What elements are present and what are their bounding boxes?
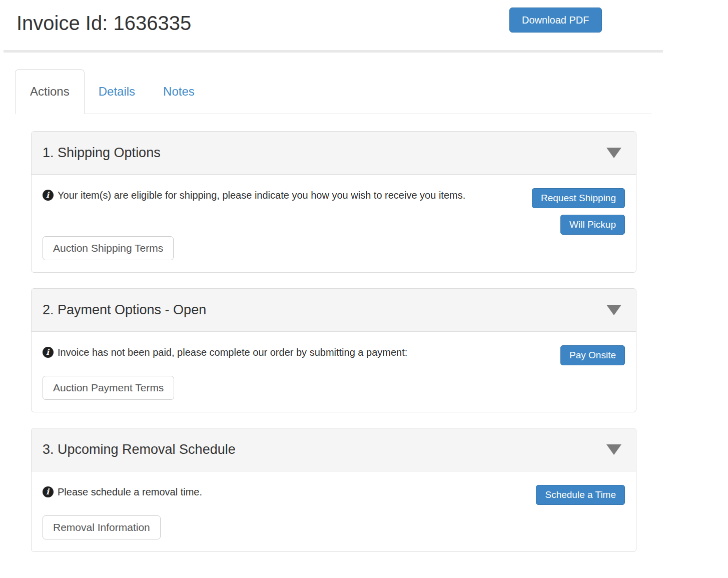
invoice-page: Invoice Id: 1636335 Download PDF Actions… (0, 0, 728, 578)
will-pickup-button[interactable]: Will Pickup (560, 215, 625, 235)
tab-notes[interactable]: Notes (149, 69, 209, 114)
caret-down-icon (606, 305, 621, 315)
panel-payment-options-header[interactable]: 2. Payment Options - Open (32, 289, 636, 332)
header-divider (4, 50, 663, 53)
panel-removal-schedule-body: i Please schedule a removal time. Schedu… (32, 471, 636, 551)
auction-shipping-terms-button[interactable]: Auction Shipping Terms (43, 236, 174, 260)
shipping-info-message: i Your item(s) are eligible for shipping… (43, 189, 465, 201)
download-pdf-button[interactable]: Download PDF (509, 8, 602, 33)
panel-payment-options: 2. Payment Options - Open i Invoice has … (31, 288, 636, 412)
info-message-text: Your item(s) are eligible for shipping, … (58, 189, 465, 201)
panel-shipping-options-header[interactable]: 1. Shipping Options (32, 132, 636, 175)
panel-title: 2. Payment Options - Open (43, 302, 206, 318)
removal-info-message: i Please schedule a removal time. (43, 486, 202, 498)
payment-info-message: i Invoice has not been paid, please comp… (43, 346, 407, 358)
pay-onsite-button[interactable]: Pay Onsite (560, 345, 625, 365)
tab-actions[interactable]: Actions (15, 69, 85, 114)
info-circle-icon: i (43, 486, 54, 497)
info-message-text: Invoice has not been paid, please comple… (58, 346, 407, 358)
panel-removal-schedule: 3. Upcoming Removal Schedule i Please sc… (31, 428, 636, 552)
payment-action-buttons: Pay Onsite (560, 345, 625, 365)
caret-down-icon (606, 444, 621, 455)
info-circle-icon: i (43, 347, 54, 358)
caret-down-icon (606, 148, 621, 158)
tab-details[interactable]: Details (85, 69, 149, 114)
panel-shipping-options: 1. Shipping Options i Your item(s) are e… (31, 131, 636, 273)
shipping-action-buttons: Request Shipping Will Pickup (532, 188, 625, 235)
removal-action-buttons: Schedule a Time (536, 485, 625, 505)
panel-title: 1. Shipping Options (43, 145, 161, 161)
info-circle-icon: i (43, 190, 54, 201)
panel-title: 3. Upcoming Removal Schedule (43, 442, 236, 457)
tab-bar: Actions Details Notes (15, 69, 651, 114)
actions-tab-content: 1. Shipping Options i Your item(s) are e… (31, 131, 636, 552)
panel-shipping-options-body: i Your item(s) are eligible for shipping… (32, 175, 636, 272)
schedule-a-time-button[interactable]: Schedule a Time (536, 485, 625, 505)
info-message-text: Please schedule a removal time. (58, 486, 202, 498)
panel-removal-schedule-header[interactable]: 3. Upcoming Removal Schedule (32, 428, 636, 471)
auction-payment-terms-button[interactable]: Auction Payment Terms (43, 376, 174, 400)
page-title: Invoice Id: 1636335 (17, 12, 191, 35)
panel-payment-options-body: i Invoice has not been paid, please comp… (32, 332, 636, 412)
removal-information-button[interactable]: Removal Information (43, 515, 161, 539)
request-shipping-button[interactable]: Request Shipping (532, 188, 625, 208)
